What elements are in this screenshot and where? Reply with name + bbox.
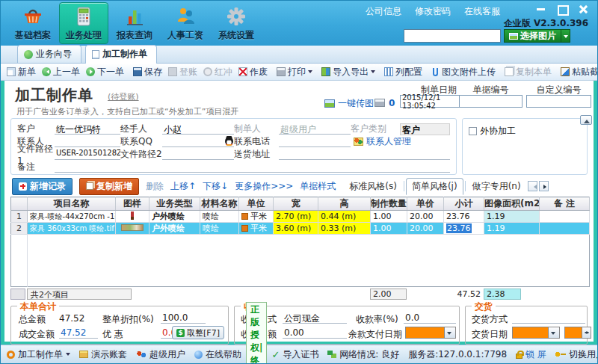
move-down-link[interactable]: 下移↓ — [203, 180, 228, 193]
image-search-input[interactable] — [404, 29, 501, 43]
subtotal-cell-editing[interactable]: 23.76 — [444, 223, 484, 235]
delete-row-link[interactable]: 删除 — [146, 180, 164, 193]
nav-item-business[interactable]: 业务处理 — [59, 2, 108, 44]
move-up-link[interactable]: 上移↑ — [170, 180, 196, 193]
copy-order-button[interactable]: 复制本单 — [502, 64, 555, 80]
pay-amount-field[interactable]: 0.00 — [283, 327, 347, 339]
custom-number-input[interactable] — [526, 95, 591, 108]
note-cell[interactable] — [540, 211, 590, 223]
maximize-button[interactable] — [557, 4, 567, 13]
doc-number-input[interactable] — [459, 95, 523, 108]
delivery-method-field[interactable] — [512, 312, 585, 324]
width-cell[interactable]: 3.60 (m) — [274, 223, 318, 235]
print-button[interactable]: 打印 — [274, 64, 315, 80]
width-cell[interactable]: 2.70 (m) — [274, 211, 318, 223]
chevron-down-icon[interactable] — [548, 327, 559, 338]
sample-cell[interactable] — [116, 211, 150, 223]
phone-field[interactable] — [279, 136, 351, 147]
attachment-upload-button[interactable]: 图文附件上传 — [428, 64, 499, 80]
delivery-address-field[interactable] — [279, 149, 450, 160]
statusbar-help[interactable]: 在线帮助 — [194, 348, 241, 361]
sample-cell[interactable] — [116, 223, 150, 235]
area-cell[interactable]: 1.19 — [484, 223, 540, 235]
save-button[interactable]: 保存 — [130, 64, 165, 80]
pay-rate-field[interactable]: 0.0 — [404, 312, 456, 324]
contact-field[interactable] — [55, 136, 120, 147]
column-config-button[interactable]: 列配置 — [381, 64, 425, 80]
handler-field[interactable]: 小赵 — [162, 123, 234, 135]
statusbar-doc-menu[interactable]: 加工制作单 — [7, 348, 70, 361]
nav-item-base-archive[interactable]: 基础档案 — [8, 2, 58, 44]
deal-amount-field[interactable]: 47.52 — [59, 327, 98, 339]
nav-item-reports[interactable]: 报表查询 — [110, 2, 159, 44]
new-order-button[interactable]: 新单 — [4, 64, 39, 80]
file-path1-field[interactable]: USER-20150128ZN:C:\ — [55, 149, 120, 160]
height-cell[interactable]: 0.33 (m) — [318, 223, 371, 235]
item-name-cell[interactable]: 家具-喷绘-44x270cm -1张.tif — [28, 211, 116, 223]
tab-work-order[interactable]: 加工制作单 — [85, 45, 157, 64]
pick-image-button[interactable]: 选择图片 — [504, 29, 561, 43]
biz-type-cell[interactable]: 户外喷绘 — [150, 223, 200, 235]
style-lettering[interactable]: 做字专用(n) — [467, 179, 526, 194]
delivery-date-picker[interactable] — [512, 327, 560, 339]
biz-type-cell[interactable]: 户外喷绘 — [150, 211, 200, 223]
prev-order-button[interactable]: 上一单 — [39, 64, 83, 80]
printer-icon[interactable] — [374, 99, 385, 107]
next-order-button[interactable]: 下一单 — [83, 64, 127, 80]
unit-color-swatch[interactable] — [241, 213, 248, 220]
discount-field[interactable]: 100.0 — [161, 312, 206, 324]
statusbar-user[interactable]: 超级用户 — [136, 348, 185, 361]
qty-cell[interactable]: 1.00 — [371, 211, 407, 223]
pay-method-field[interactable]: 公司现金 — [283, 312, 347, 324]
item-name-cell[interactable]: 家具 360x33cm 喷绘.tif — [28, 223, 116, 235]
more-actions-link[interactable]: 更多操作>>> — [235, 180, 293, 193]
customer-field[interactable]: 统一优玛特 — [55, 123, 120, 135]
subtotal-cell[interactable]: 23.76 — [444, 211, 484, 223]
file-path2-field[interactable] — [162, 149, 234, 160]
unit-cell[interactable]: 平米 — [239, 223, 274, 235]
price-cell[interactable]: 20.00 — [407, 211, 444, 223]
tab-business-wizard[interactable]: 业务向导 — [17, 45, 81, 63]
minimize-button[interactable] — [536, 4, 546, 13]
void-button[interactable]: 作废 — [235, 64, 271, 80]
import-cert-link[interactable]: ✓导入证书 — [271, 348, 318, 361]
material-cell[interactable]: 喷绘 — [200, 211, 239, 223]
one-key-upload-link[interactable]: 一键传图 — [324, 97, 374, 110]
spinner-arrows-icon[interactable] — [582, 327, 591, 338]
delivery-time-spinner[interactable] — [564, 327, 591, 339]
contact-management-link[interactable]: 联系人管理 — [351, 135, 450, 148]
nav-item-hr-payroll[interactable]: 人事工资 — [161, 2, 210, 44]
company-info-link[interactable]: 公司信息 — [366, 5, 401, 18]
close-button[interactable] — [578, 4, 588, 13]
lock-screen-link[interactable]: 锁 屏 — [516, 348, 546, 361]
price-cell[interactable]: 20.00 — [407, 223, 444, 235]
copy-add-button[interactable]: 复制新增 — [79, 178, 139, 195]
material-cell[interactable]: 喷绘 — [200, 223, 239, 235]
note-field[interactable] — [55, 161, 450, 173]
area-cell[interactable]: 1.19 — [484, 211, 540, 223]
height-cell[interactable]: 0.44 (m) — [318, 211, 371, 223]
paste-screenshot-button[interactable]: 粘贴截图 — [558, 64, 598, 80]
unit-color-swatch[interactable] — [241, 225, 248, 232]
outsource-checkbox[interactable] — [469, 127, 477, 135]
style-simple[interactable]: 简单风格(j) — [406, 178, 463, 195]
red-reverse-button[interactable]: 红冲 — [200, 64, 235, 80]
nav-item-settings[interactable]: 系统设置 — [212, 2, 261, 44]
switch-user-link[interactable]: 切换用户 — [555, 348, 598, 361]
note-cell[interactable] — [540, 223, 590, 235]
round-button[interactable]: 取整[F7] — [172, 326, 224, 339]
add-record-button[interactable]: 新增记录 — [12, 178, 73, 195]
scroll-left-button[interactable] — [528, 181, 537, 191]
qty-cell[interactable]: 1.00 — [371, 223, 407, 235]
import-export-button[interactable]: 导入导出 — [318, 64, 378, 80]
online-service-link[interactable]: 在线客服 — [464, 5, 500, 18]
chevron-down-icon[interactable] — [444, 327, 455, 338]
pick-image-dropdown[interactable] — [561, 29, 570, 43]
qq-penguin-icon[interactable] — [224, 136, 234, 146]
post-account-button[interactable]: 登账 — [165, 64, 200, 80]
balance-date-picker[interactable] — [405, 327, 456, 339]
unit-cell[interactable]: 平米 — [239, 211, 274, 223]
statusbar-account[interactable]: 演示账套 — [79, 348, 127, 361]
qq-field[interactable] — [162, 136, 234, 147]
scroll-right-button[interactable] — [539, 181, 549, 191]
